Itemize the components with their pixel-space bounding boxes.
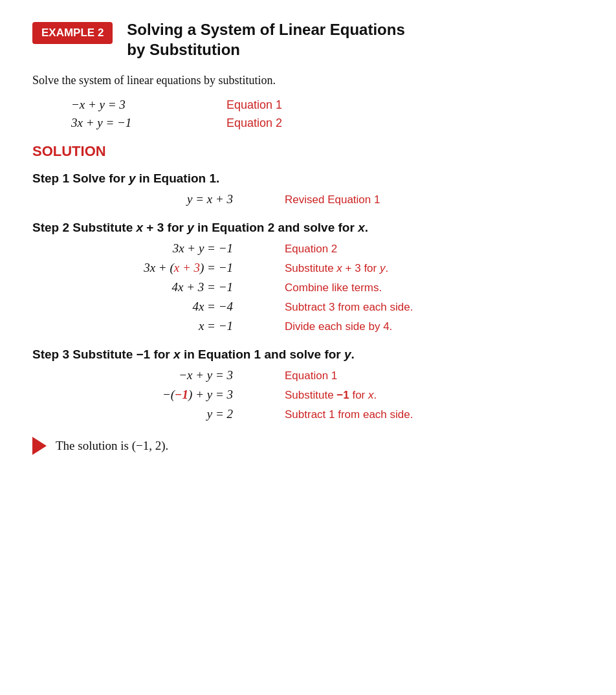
step-1-row-1: y = x + 3Revised Equation 1 bbox=[39, 192, 584, 206]
equation-1-row: −x + y = 3 Equation 1 bbox=[71, 98, 584, 112]
step-1-title: Step 1 Solve for y in Equation 1. bbox=[32, 171, 584, 186]
step-2-row-3-note: Combine like terms. bbox=[285, 281, 584, 294]
step-2-title: Step 2 Substitute x + 3 for y in Equatio… bbox=[32, 221, 584, 235]
step-1-row-1-note: Revised Equation 1 bbox=[285, 193, 584, 206]
step-3-row-3-math: y = 2 bbox=[39, 407, 233, 421]
step-3-row-2-math: −(−1) + y = 3 bbox=[39, 388, 233, 402]
equation-2-math: 3x + y = −1 bbox=[71, 116, 175, 130]
step-3-row-2-note: Substitute −1 for x. bbox=[285, 389, 584, 402]
step-1-work: y = x + 3Revised Equation 1 bbox=[39, 192, 584, 206]
step-2-row-3: 4x + 3 = −1Combine like terms. bbox=[39, 280, 584, 294]
conclusion-text: The solution is (−1, 2). bbox=[56, 439, 168, 453]
step-2-row-2-note: Substitute x + 3 for y. bbox=[285, 262, 584, 275]
step-3-work: −x + y = 3Equation 1−(−1) + y = 3Substit… bbox=[39, 368, 584, 421]
example-badge: EXAMPLE 2 bbox=[32, 22, 113, 44]
step-3-row-1-note: Equation 1 bbox=[285, 370, 584, 382]
step-2-row-1-note: Equation 2 bbox=[285, 243, 584, 256]
step-2-row-5: x = −1Divide each side by 4. bbox=[39, 319, 584, 333]
equation-1-label: Equation 1 bbox=[226, 98, 282, 112]
step-3-row-2: −(−1) + y = 3Substitute −1 for x. bbox=[39, 388, 584, 402]
step-3-title: Step 3 Substitute −1 for x in Equation 1… bbox=[32, 348, 584, 362]
arrow-icon bbox=[32, 437, 47, 455]
conclusion-box: The solution is (−1, 2). bbox=[32, 437, 584, 455]
step-2-row-4-note: Subtract 3 from each side. bbox=[285, 301, 584, 314]
equation-2-row: 3x + y = −1 Equation 2 bbox=[71, 116, 584, 130]
step-2-row-1-math: 3x + y = −1 bbox=[39, 241, 233, 256]
step-2-block: Step 2 Substitute x + 3 for y in Equatio… bbox=[32, 221, 584, 333]
solution-heading: SOLUTION bbox=[32, 143, 584, 160]
step-2-row-3-math: 4x + 3 = −1 bbox=[39, 280, 233, 294]
step-2-row-5-math: x = −1 bbox=[39, 319, 233, 333]
step-3-block: Step 3 Substitute −1 for x in Equation 1… bbox=[32, 348, 584, 421]
header-section: EXAMPLE 2 Solving a System of Linear Equ… bbox=[32, 19, 584, 60]
step-2-row-5-note: Divide each side by 4. bbox=[285, 320, 584, 333]
step-3-row-3-note: Subtract 1 from each side. bbox=[285, 408, 584, 421]
step-3-row-1-math: −x + y = 3 bbox=[39, 368, 233, 382]
header-title: Solving a System of Linear Equations by … bbox=[127, 19, 404, 60]
step-3-row-1: −x + y = 3Equation 1 bbox=[39, 368, 584, 382]
step-2-row-4: 4x = −4Subtract 3 from each side. bbox=[39, 300, 584, 314]
step-2-row-2-math: 3x + (x + 3) = −1 bbox=[39, 261, 233, 275]
step-1-row-1-math: y = x + 3 bbox=[39, 192, 233, 206]
equations-block: −x + y = 3 Equation 1 3x + y = −1 Equati… bbox=[71, 98, 584, 130]
problem-intro: Solve the system of linear equations by … bbox=[32, 74, 584, 87]
equation-1-math: −x + y = 3 bbox=[71, 98, 175, 112]
step-2-work: 3x + y = −1Equation 23x + (x + 3) = −1Su… bbox=[39, 241, 584, 333]
steps-container: Step 1 Solve for y in Equation 1.y = x +… bbox=[32, 171, 584, 421]
step-2-row-4-math: 4x = −4 bbox=[39, 300, 233, 314]
equation-2-label: Equation 2 bbox=[226, 116, 282, 130]
step-3-row-3: y = 2Subtract 1 from each side. bbox=[39, 407, 584, 421]
step-2-row-2: 3x + (x + 3) = −1Substitute x + 3 for y. bbox=[39, 261, 584, 275]
step-1-block: Step 1 Solve for y in Equation 1.y = x +… bbox=[32, 171, 584, 206]
step-2-row-1: 3x + y = −1Equation 2 bbox=[39, 241, 584, 256]
